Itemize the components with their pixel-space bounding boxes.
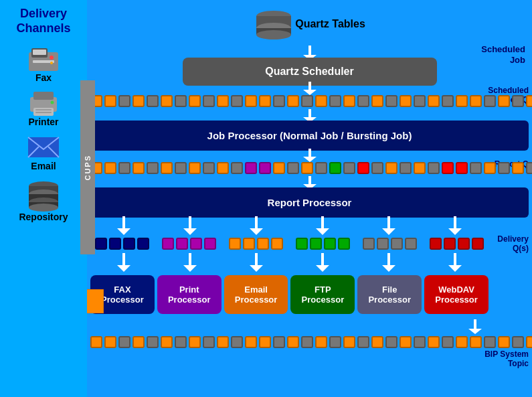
svg-rect-45 [387,216,390,228]
svg-marker-46 [382,228,395,235]
queue-square [371,95,383,107]
svg-point-4 [50,56,54,60]
delivery-q-label: DeliveryQ(s) [497,234,529,254]
queue-square [498,162,510,174]
queue-square [329,95,341,107]
queue-square [385,162,397,174]
bip-system-topic-label: BIP SystemTopic [484,349,529,369]
svg-point-5 [50,62,53,64]
queue-square [287,162,299,174]
queue-square [147,95,159,107]
queue-square [512,336,524,348]
queue-square [400,336,412,348]
report-processor-label: Report Processor [268,197,352,208]
queue-square [484,95,496,107]
delivery-channels-label: Delivery Channels [16,7,70,35]
cups-label: CUPS [84,155,92,181]
queue-square [123,238,135,250]
svg-marker-38 [117,228,130,235]
queue-square [442,336,454,348]
queue-square [175,336,187,348]
queue-square [442,162,454,174]
queue-square [430,238,442,250]
queue-square [484,336,496,348]
sidebar-item-printer: Printer [27,90,60,127]
repo-label: Repository [19,212,68,222]
queue-square [109,238,121,250]
svg-rect-39 [189,216,191,228]
queue-square [161,95,173,107]
queue-square [310,238,322,250]
queue-square [512,162,524,174]
queue-square [203,162,215,174]
queue-square [245,336,257,348]
queue-square [147,336,159,348]
queue-square [470,162,482,174]
delivery-q-groups-row [90,236,489,252]
scheduled-job-q-row [90,94,492,108]
queue-square [371,336,383,348]
queue-square [176,238,188,250]
svg-rect-2 [33,50,46,55]
queue-square [400,95,412,107]
svg-rect-7 [33,92,54,100]
queue-square [456,162,468,174]
queue-square [442,95,454,107]
report-processor-box: Report Processor [90,187,529,218]
printer-label: Printer [28,116,58,127]
bip-topic-q-row [90,335,489,349]
queue-square [385,336,397,348]
queue-square [385,95,397,107]
queue-square [273,95,285,107]
queue-square [273,162,285,174]
webdav-processor-box: WebDAVProcessor [424,275,489,314]
queue-square [118,336,130,348]
queue-square [273,336,285,348]
queue-square [414,162,426,174]
cups-bar: CUPS [80,80,95,254]
queue-square [95,238,107,250]
arrow-scheduler-down [87,82,532,95]
svg-rect-53 [255,253,258,265]
queue-square [363,238,375,250]
file-processor-box: FileProcessor [357,275,422,314]
queue-square [203,95,215,107]
ftp-processor-box: FTPProcessor [290,275,355,314]
quartz-tables-label: Quartz Tables [295,18,365,30]
queue-square [456,95,468,107]
arrows-to-processors [90,253,489,272]
queue-square [338,238,350,250]
queue-square [271,238,283,250]
svg-marker-61 [87,289,104,313]
queue-square [231,95,243,107]
svg-marker-44 [316,228,329,235]
svg-rect-31 [308,109,311,117]
queue-square [498,336,510,348]
queue-square [329,336,341,348]
svg-rect-47 [454,216,456,228]
queue-square [324,238,336,250]
queue-square [257,238,269,250]
arrow-to-bip-topic [90,318,489,335]
quartz-tables-section: Quartz Tables [87,0,532,48]
queue-square [259,95,271,107]
svg-rect-10 [35,112,52,113]
job-processor-section: Job Processor (Normal Job / Bursting Job… [90,121,529,151]
queue-square [400,162,412,174]
left-sidebar: Delivery Channels Fax [0,0,87,397]
processor-boxes-row: FAXProcessor PrintProcessor EmailProcess… [90,271,489,318]
main-content: Quartz Tables Quartz Scheduler Scheduled… [87,0,532,397]
queue-square [456,336,468,348]
queue-square [243,238,255,250]
queue-square [470,336,482,348]
queue-square [391,238,403,250]
email-processor-box: EmailProcessor [224,275,288,314]
svg-rect-33 [308,149,311,157]
queue-square [301,162,313,174]
queue-square [301,95,313,107]
queue-square [296,238,308,250]
scheduled-job-label: ScheduledJob [481,44,525,65]
main-container: Delivery Channels Fax [0,0,532,397]
queue-square [470,95,482,107]
sidebar-item-repository: Repository [19,178,68,222]
